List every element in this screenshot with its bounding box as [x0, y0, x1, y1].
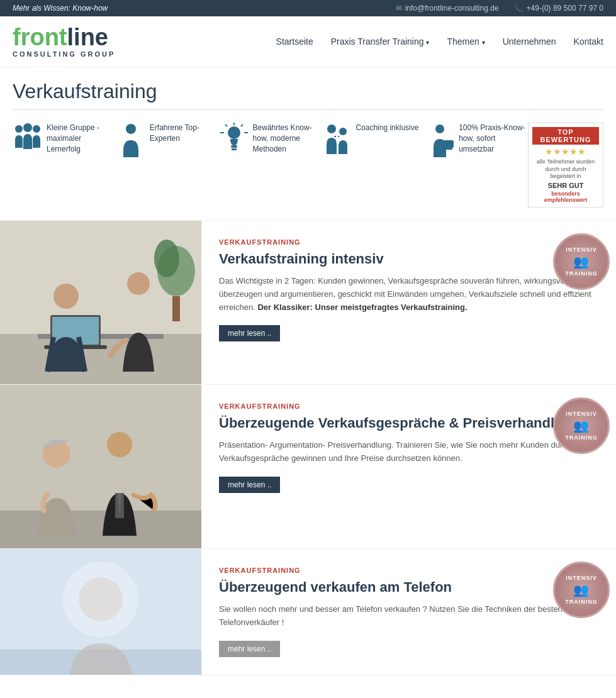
svg-point-14: [327, 125, 336, 133]
svg-point-0: [15, 125, 23, 133]
course-badge-1: INTENSIV 👥 TRAINING: [553, 233, 610, 290]
svg-line-12: [225, 125, 227, 126]
svg-point-27: [127, 272, 150, 295]
course-desc-1: Das Wichtigste in 2 Tagen: Kunden gewinn…: [219, 275, 598, 314]
nav-praxis[interactable]: Praxis Transfer Training: [331, 36, 430, 47]
course-btn-3[interactable]: mehr lesen ..: [219, 641, 280, 657]
course-badge-3: INTENSIV 👥 TRAINING: [553, 562, 610, 618]
intensiv-badge-2: INTENSIV 👥 TRAINING: [553, 397, 610, 454]
nav-unternehmen[interactable]: Unternehmen: [503, 36, 556, 47]
svg-rect-18: [444, 140, 454, 148]
feature-praxis: 100% Praxis-Know-how, sofort umsetzbar: [425, 123, 528, 160]
course-image-3: [0, 549, 201, 675]
logo: frontline CONSULTING GROUP: [13, 25, 115, 58]
nav-themen[interactable]: Themen: [447, 36, 484, 47]
logo-line: line: [67, 24, 108, 50]
svg-point-1: [23, 123, 32, 132]
svg-point-3: [126, 124, 136, 134]
svg-point-17: [435, 125, 444, 133]
nav-kontakt[interactable]: Kontakt: [574, 36, 603, 47]
praxis-icon: [425, 123, 455, 160]
coaching-icon: [322, 123, 352, 160]
light-icon: [219, 123, 249, 160]
svg-point-26: [53, 284, 79, 309]
header: frontline CONSULTING GROUP Startseite Pr…: [0, 16, 616, 67]
top-bar: Mehr als Wissen: Know-how ✉ info@frontli…: [0, 0, 616, 16]
page-title: Verkaufstraining: [13, 80, 603, 110]
intensiv-icon-2: 👥: [573, 418, 590, 433]
intensiv-badge-3: INTENSIV 👥 TRAINING: [553, 562, 610, 618]
course-item-3: VERKAUFSTRAINING Überzeugend verkaufen a…: [0, 549, 616, 675]
badge-text: alle Teilnehmer wurden durch und durch b…: [532, 158, 599, 180]
course-item-1: VERKAUFSTRAINING Verkaufstraining intens…: [0, 221, 616, 385]
svg-rect-32: [0, 511, 201, 548]
feature-experten: Erfahrene Top-Experten: [116, 123, 219, 160]
logo-text: frontline: [13, 25, 115, 49]
feature-coaching: Coaching inklusive: [322, 123, 425, 160]
email-link[interactable]: info@frontline-consulting.de: [405, 4, 499, 13]
main-nav: Startseite Praxis Transfer Training Them…: [276, 36, 603, 47]
expert-icon: [116, 123, 146, 160]
phone-contact: 📞 +49-(0) 89 500 77 97 0: [514, 4, 603, 13]
top-badge: TOP BEWERTUNG ★★★★★ alle Teilnehmer wurd…: [528, 123, 603, 208]
course-label-3: VERKAUFSTRAINING: [219, 567, 598, 574]
nav-startseite[interactable]: Startseite: [276, 36, 313, 47]
badge-recommend: besonders empfehlenswert: [532, 191, 599, 203]
features-row: Kleine Gruppe - maximaler Lernerfolg Erf…: [0, 116, 616, 221]
svg-line-13: [241, 125, 243, 126]
svg-point-39: [63, 562, 138, 637]
svg-rect-7: [231, 145, 237, 148]
svg-point-2: [33, 125, 40, 133]
course-title-2: Überzeugende Verkaufsgespräche & Preisve…: [219, 415, 598, 431]
course-image-2: [0, 385, 201, 548]
feature-experten-text: Erfahrene Top-Experten: [150, 123, 219, 144]
svg-rect-19: [445, 148, 452, 150]
course-item-2: VERKAUFSTRAINING Überzeugende Verkaufsge…: [0, 385, 616, 549]
intensiv-badge-1: INTENSIV 👥 TRAINING: [553, 233, 610, 290]
svg-point-29: [154, 240, 179, 277]
email-icon: ✉: [396, 4, 402, 13]
feature-coaching-text: Coaching inklusive: [356, 123, 418, 133]
group-icon: [13, 123, 43, 160]
svg-point-34: [107, 432, 132, 457]
course-desc-3: Sie wollen noch mehr und besser am Telef…: [219, 603, 598, 629]
intensiv-icon-3: 👥: [573, 582, 590, 597]
badge-title: TOP BEWERTUNG: [532, 127, 599, 145]
feature-knowhow-text: Bewährtes Know-how, moderne Methoden: [253, 123, 322, 154]
svg-rect-8: [232, 148, 237, 150]
svg-rect-30: [172, 296, 180, 321]
intensiv-icon-1: 👥: [573, 254, 590, 269]
contact-info: ✉ info@frontline-consulting.de 📞 +49-(0)…: [396, 4, 603, 13]
svg-point-15: [339, 128, 347, 135]
email-contact: ✉ info@frontline-consulting.de: [396, 4, 499, 13]
badge-rating: SEHR GUT: [532, 182, 599, 189]
phone-icon: 📞: [514, 4, 524, 13]
course-title-1: Verkaufstraining intensiv: [219, 251, 598, 267]
slogan: Mehr als Wissen: Know-how: [13, 4, 108, 13]
phone-link[interactable]: +49-(0) 89 500 77 97 0: [527, 4, 603, 13]
feature-gruppe-text: Kleine Gruppe - maximaler Lernerfolg: [47, 123, 116, 154]
feature-knowhow: Bewährtes Know-how, moderne Methoden: [219, 123, 322, 160]
feature-praxis-text: 100% Praxis-Know-how, sofort umsetzbar: [459, 123, 528, 154]
course-desc-2: Präsentation- Argumentation- Preisverhan…: [219, 439, 598, 465]
course-btn-2[interactable]: mehr lesen ..: [219, 477, 280, 493]
course-badge-2: INTENSIV 👥 TRAINING: [553, 397, 610, 454]
course-label-2: VERKAUFSTRAINING: [219, 402, 598, 410]
logo-sub: CONSULTING GROUP: [13, 50, 115, 58]
course-image-1: [0, 221, 201, 384]
logo-front: front: [13, 24, 67, 50]
badge-stars: ★★★★★: [532, 147, 599, 157]
svg-point-6: [228, 126, 240, 139]
course-btn-1[interactable]: mehr lesen ..: [219, 325, 280, 341]
course-title-3: Überzeugend verkaufen am Telefon: [219, 579, 598, 596]
course-label-1: VERKAUFSTRAINING: [219, 238, 598, 246]
page-title-section: Verkaufstraining: [0, 67, 616, 116]
feature-gruppe: Kleine Gruppe - maximaler Lernerfolg: [13, 123, 116, 160]
